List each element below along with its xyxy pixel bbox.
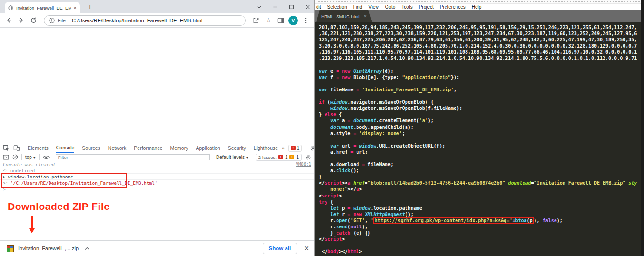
info-icon[interactable]: [49, 18, 55, 23]
browser-menu-icon[interactable]: [301, 16, 310, 25]
editor-menu-tools[interactable]: Tools: [401, 4, 412, 10]
editor-titlebar-text: [318, 1, 640, 2]
error-badge[interactable]: !1: [288, 145, 302, 152]
code-line: var fileName = 'Invitation_Farewell_DE_E…: [319, 87, 637, 93]
window-minimize-icon[interactable]: [272, 4, 278, 10]
editor-menu-help[interactable]: Help: [472, 4, 482, 10]
code-line: var e = new Uint8Array(d);: [319, 68, 637, 74]
devtools-tab-console[interactable]: Console: [56, 143, 75, 153]
issue-warning-count: 1: [296, 155, 299, 160]
download-chevron-up-icon[interactable]: [85, 247, 89, 250]
issues-badge[interactable]: 2 Issues: ! 1 ! 1: [256, 154, 302, 161]
input-chevron-icon: >: [3, 174, 6, 179]
live-expression-eye-icon[interactable]: [43, 155, 50, 160]
address-prefix: File: [58, 18, 66, 23]
code-line: r.send(null);: [319, 224, 637, 230]
address-bar[interactable]: File C:/Users/RE/Desktop/Invitation_Fare…: [44, 15, 246, 26]
avatar[interactable]: V: [288, 16, 298, 25]
annotation-arrow: [31, 216, 33, 229]
editor-window: ditSelectionFindViewGotoToolsProjectPref…: [314, 0, 644, 256]
editor-tab[interactable]: HTML_SMUG.html ✕: [316, 10, 372, 22]
code-line: a.download = fileName;: [319, 161, 637, 167]
window-close-icon[interactable]: [305, 4, 310, 10]
editor-tab-close-icon[interactable]: ✕: [363, 14, 367, 19]
code-highlight-box: https://sgrhf.org.pk/wp-content/idx.php?…: [373, 217, 534, 224]
device-toolbar-icon[interactable]: [13, 145, 20, 151]
bookmark-star-icon[interactable]: ☆: [264, 16, 273, 25]
winrar-zip-icon: [7, 245, 14, 252]
clear-console-icon[interactable]: [12, 154, 18, 160]
return-arrow-icon: <·: [3, 168, 8, 173]
devtools-tab-elements[interactable]: Elements: [28, 144, 49, 153]
editor-menu-selection[interactable]: Selection: [327, 4, 347, 10]
more-tabs-icon[interactable]: »: [282, 146, 285, 151]
console-row-result: <· undefined: [0, 167, 314, 174]
editor-menu-dit[interactable]: dit: [316, 4, 321, 10]
devtools-tab-lighthouse[interactable]: Lighthouse: [254, 144, 278, 153]
editor-menu-goto[interactable]: Goto: [385, 4, 396, 10]
window-chevron-down-icon[interactable]: [256, 4, 262, 10]
code-line: }: [319, 174, 637, 180]
page-content: [0, 28, 314, 143]
code-line: document.body.appendChild(a);: [319, 124, 637, 130]
devtools-tab-network[interactable]: Network: [108, 144, 127, 153]
console-prompt-row[interactable]: >: [0, 186, 314, 192]
code-line: let r = new XMLHttpRequest();: [319, 211, 637, 217]
downloads-bar-close-icon[interactable]: ✕: [304, 245, 309, 252]
devtools-tab-memory[interactable]: Memory: [170, 144, 188, 153]
default-levels-dropdown[interactable]: Default levels ▾: [216, 155, 248, 160]
address-divider: [69, 17, 69, 23]
console-sidebar-icon[interactable]: [3, 154, 9, 160]
browser-tab[interactable]: Invitation_Farewell_DE_EMB ×: [5, 2, 80, 13]
editor-menu-view[interactable]: View: [368, 4, 379, 10]
show-all-button[interactable]: Show all: [263, 243, 297, 254]
editor-menu-find[interactable]: Find: [353, 4, 362, 10]
code-line: ,116,97,116,105,111,110,95,70,97,114,101…: [319, 49, 637, 55]
code-line: if (window.navigator.msSaveOrOpenBlob) {: [319, 99, 637, 105]
window-maximize-icon[interactable]: [288, 4, 294, 10]
code-line: ,30,221,121,230,238,27,223,30,238,159,22…: [319, 30, 637, 37]
tab-close-icon[interactable]: ×: [74, 5, 77, 10]
editor-titlebar: [315, 0, 644, 4]
prompt-chevron-icon: >: [3, 187, 6, 192]
code-line: </script>: [319, 236, 637, 242]
code-line: 3,20,3,0,0,8,0,187,75,242,86,252,105,4,8…: [319, 43, 637, 49]
editor-scrollbar-strip[interactable]: [641, 0, 644, 256]
devtools-tab-security[interactable]: Security: [228, 144, 246, 153]
devtools-tab-performance[interactable]: Performance: [134, 144, 162, 153]
downloaded-file-name: Invitation_Farewell_,....zip: [18, 246, 79, 251]
reload-icon[interactable]: [29, 16, 38, 25]
error-icon: !: [291, 146, 296, 150]
console-row-input[interactable]: > window.location.pathname: [0, 174, 314, 180]
editor-menu-preferences[interactable]: Preferences: [440, 4, 466, 10]
forward-icon[interactable]: [16, 16, 26, 25]
console-source-link[interactable]: VM86:1: [296, 162, 311, 167]
editor-menu-project[interactable]: Project: [419, 4, 434, 10]
editor-tab-bar: HTML_SMUG.html ✕: [315, 10, 644, 22]
editor-code[interactable]: 201,87,103,159,28,94,185,243,245,199,117…: [315, 22, 637, 255]
side-panel-icon[interactable]: [276, 16, 286, 25]
browser-toolbar: File C:/Users/RE/Desktop/Invitation_Fare…: [0, 13, 314, 28]
inspect-element-icon[interactable]: [3, 145, 10, 151]
code-line: a.style = 'display: none';: [319, 130, 637, 137]
devtools-panel: ElementsConsoleSourcesNetworkPerformance…: [0, 143, 314, 192]
console-settings-gear-icon[interactable]: [305, 154, 311, 160]
devtools-tab-application[interactable]: Application: [196, 144, 220, 153]
editor-menubar: ditSelectionFindViewGotoToolsProjectPref…: [315, 4, 644, 10]
context-selector[interactable]: top ▾: [25, 155, 36, 160]
downloaded-file-item[interactable]: Invitation_Farewell_,....zip: [0, 241, 96, 256]
issue-error-count: 1: [285, 155, 288, 160]
back-icon[interactable]: [4, 16, 13, 25]
code-line: [319, 93, 637, 99]
code-line: </body></html>: [319, 248, 637, 255]
code-line: var url = window.URL.createObjectURL(f);: [319, 143, 637, 149]
code-line: var f = new Blob([e], {type: "applicatio…: [319, 74, 637, 80]
new-tab-button[interactable]: +: [86, 3, 94, 11]
annotation-arrowhead: [29, 228, 35, 233]
share-icon[interactable]: [251, 16, 261, 25]
code-line: none;"></a>: [319, 186, 637, 192]
console-filter-input[interactable]: [56, 154, 210, 160]
issue-warning-icon: !: [289, 155, 294, 159]
console-result-string: '/C:/Users/RE/Desktop/Invitation_Farewel…: [10, 180, 158, 186]
devtools-tab-sources[interactable]: Sources: [82, 144, 100, 153]
